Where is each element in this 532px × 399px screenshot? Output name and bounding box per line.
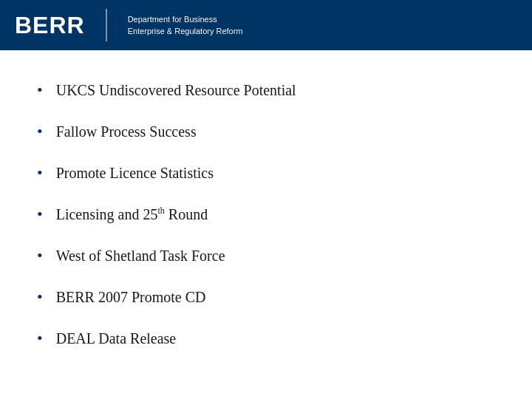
- bullet-dot: •: [37, 165, 43, 181]
- main-content: • UKCS Undiscovered Resource Potential •…: [0, 50, 532, 399]
- bullet-text: DEAL Data Release: [56, 328, 177, 349]
- bullet-text: BERR 2007 Promote CD: [56, 287, 206, 307]
- bullet-dot: •: [37, 206, 43, 222]
- logo-area: BERR Department for Business Enterprise …: [15, 9, 243, 41]
- bullet-text: Promote Licence Statistics: [56, 163, 214, 183]
- list-item: • UKCS Undiscovered Resource Potential: [37, 80, 495, 100]
- list-item: • Promote Licence Statistics: [37, 163, 495, 183]
- superscript: th: [157, 205, 164, 216]
- berr-logo-text: BERR: [15, 13, 85, 37]
- bullet-dot: •: [37, 289, 43, 305]
- bullet-dot: •: [37, 123, 43, 140]
- berr-logo: BERR: [15, 13, 85, 37]
- bullet-text-superscript: Licensing and 25th Round: [56, 204, 208, 225]
- list-item: • Licensing and 25th Round: [37, 204, 495, 225]
- text-after: Round: [165, 206, 208, 222]
- subtitle-line-1: Department for Business: [128, 13, 243, 26]
- list-item: • DEAL Data Release: [37, 328, 495, 349]
- text-before: Licensing and 25: [56, 206, 158, 222]
- bullet-text: West of Shetland Task Force: [56, 245, 225, 266]
- bullet-dot: •: [37, 82, 43, 98]
- bullet-dot: •: [37, 330, 43, 347]
- list-item: • BERR 2007 Promote CD: [37, 287, 495, 307]
- bullet-list: • UKCS Undiscovered Resource Potential •…: [37, 80, 495, 349]
- header-divider: [106, 9, 107, 41]
- header-subtitle: Department for Business Enterprise & Reg…: [128, 13, 243, 38]
- list-item: • Fallow Process Success: [37, 121, 495, 142]
- list-item: • West of Shetland Task Force: [37, 245, 495, 266]
- bullet-text: Fallow Process Success: [56, 121, 197, 142]
- subtitle-line-2: Enterprise & Regulatory Reform: [128, 25, 243, 38]
- header: BERR Department for Business Enterprise …: [0, 0, 532, 50]
- bullet-text: UKCS Undiscovered Resource Potential: [56, 80, 296, 100]
- bullet-dot: •: [37, 248, 43, 264]
